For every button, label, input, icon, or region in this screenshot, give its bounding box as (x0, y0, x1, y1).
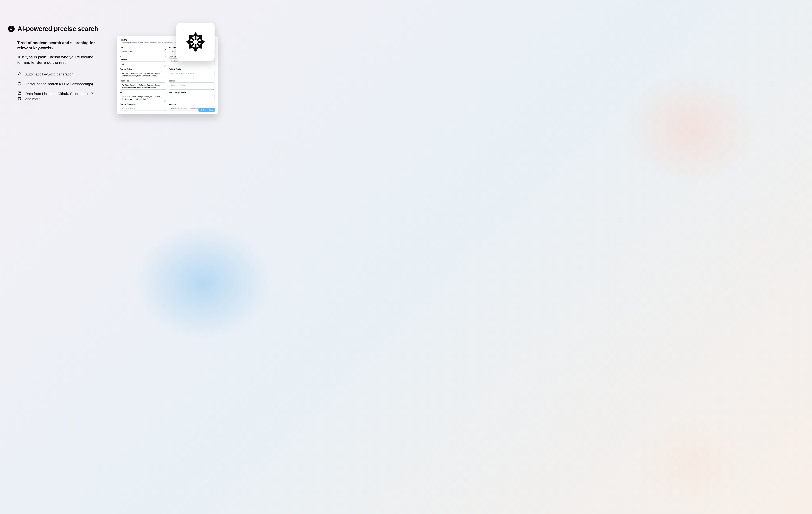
save-filters-button[interactable]: Save Filters (199, 108, 215, 112)
label-past-roles: Past Roles (120, 80, 166, 82)
bullet-vector-search: Vector-based search (800M+ embeddings) (25, 82, 93, 87)
label-degree: Degree (169, 80, 215, 82)
download-icon (200, 109, 202, 111)
label-skills: Skills (120, 92, 166, 93)
save-filters-label: Save Filters (203, 109, 213, 111)
github-icon (18, 97, 21, 101)
label-current-companies: Current Companies (120, 103, 166, 105)
radial-arrows-logo-icon (182, 28, 209, 56)
svg-point-6 (18, 92, 19, 93)
subtext: Just type in plain English who you're lo… (17, 54, 99, 65)
city-input[interactable] (120, 49, 166, 57)
country-input[interactable] (120, 61, 166, 66)
bullet-keyword-gen: Automatic keyword generation (25, 72, 74, 77)
past-roles-input[interactable] (120, 83, 166, 90)
svg-rect-7 (18, 93, 19, 94)
svg-line-1 (12, 29, 12, 30)
current-roles-input[interactable] (120, 71, 166, 78)
label-industry: Industry (169, 103, 215, 105)
search-icon (18, 72, 22, 77)
label-city: City (120, 47, 166, 48)
years-exp-input[interactable] (169, 94, 215, 101)
globe-icon (18, 82, 22, 86)
bullet-data-sources: Data from LinkedIn, Github, Crunchbase, … (25, 91, 99, 101)
hero-title: AI-powered precise search (18, 25, 98, 32)
skills-input[interactable] (120, 94, 166, 101)
brand-logo-card (176, 23, 214, 61)
label-country: Country (120, 59, 166, 61)
search-badge-icon (8, 26, 14, 32)
field-of-study-input[interactable] (169, 71, 215, 78)
linkedin-icon (18, 92, 21, 96)
degree-input[interactable] (169, 83, 215, 90)
label-years-exp: Years of Experience (169, 92, 215, 93)
svg-line-3 (20, 74, 21, 75)
label-field-of-study: Field Of Study (169, 68, 215, 70)
subheadline: Tired of boolean search and searching fo… (17, 40, 99, 51)
label-current-roles: Current Roles (120, 68, 166, 70)
current-companies-input[interactable] (120, 106, 166, 111)
